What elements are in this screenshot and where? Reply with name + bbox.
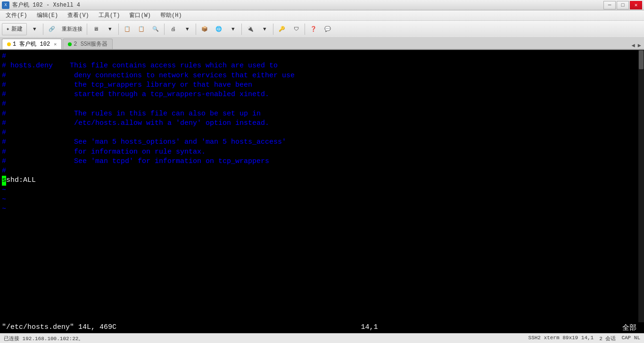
chat-button[interactable]: 💬 — [321, 23, 334, 36]
tab-ssh-server[interactable]: 2 SSH服务器 — [63, 39, 113, 49]
sep3 — [118, 24, 119, 35]
tab-dot-1 — [7, 42, 11, 46]
sep5 — [196, 24, 196, 35]
transfer-button[interactable]: 📦 — [198, 23, 211, 36]
sep7 — [273, 24, 273, 35]
terminal-content: # # hosts.deny This file contains access… — [0, 50, 644, 216]
scrollbar-thumb[interactable] — [639, 50, 644, 69]
connection-status: 已连接 192.168.100.102:22。 — [4, 335, 83, 342]
sep2 — [87, 24, 87, 35]
toolbar: ✦ 新建 ▼ 🔗 重新连接 🖥 ▼ 📋 📋 🔍 🖨 ▼ 📦 🌐 ▼ 🔌 ▼ 🔑 … — [0, 21, 644, 38]
screen-button[interactable]: 🖥 — [89, 23, 102, 36]
infobar-left: 已连接 192.168.100.102:22。 — [4, 335, 83, 342]
titlebar-title: 客户机 102 - Xshell 4 — [12, 1, 80, 9]
help-button[interactable]: ❓ — [307, 23, 320, 36]
tab-client102[interactable]: 1 客户机 102 ✕ — [2, 39, 62, 49]
titlebar-left: X 客户机 102 - Xshell 4 — [2, 1, 80, 9]
plugin-dropdown[interactable]: ▼ — [258, 23, 271, 36]
infobar-right: SSH2 xterm 89x19 14,1 2 会话 CAP NL — [528, 335, 640, 342]
print-button[interactable]: 🖨 — [166, 23, 180, 36]
sep1 — [43, 24, 43, 35]
titlebar-controls: ─ □ ✕ — [603, 1, 642, 9]
paste-button[interactable]: 📋 — [135, 23, 148, 36]
reconnect-label: 重新连接 — [62, 25, 83, 33]
vim-statusline: "/etc/hosts.deny" 14L, 469C 14,1 全部 — [0, 322, 644, 333]
session-count: 2 会话 — [599, 335, 616, 342]
tab-dot-2 — [68, 42, 72, 46]
link-button[interactable]: 🔗 — [45, 23, 58, 36]
ssh-info: SSH2 xterm 89x19 14,1 — [528, 335, 594, 342]
close-button[interactable]: ✕ — [630, 1, 642, 9]
menu-item-帮助[interactable]: 帮助(H) — [157, 10, 186, 20]
sep4 — [164, 24, 165, 35]
new-label: 新建 — [11, 25, 23, 33]
scrollbar[interactable] — [638, 50, 644, 322]
print-dropdown[interactable]: ▼ — [181, 23, 194, 36]
menu-item-查看[interactable]: 查看(V) — [64, 10, 93, 20]
menu-item-编辑[interactable]: 编辑(E) — [33, 10, 62, 20]
screen-dropdown[interactable]: ▼ — [103, 23, 116, 36]
tab-label-2: 2 SSH服务器 — [74, 40, 107, 48]
sep8 — [305, 24, 305, 35]
cursor-pos: 14,1 — [361, 323, 378, 332]
folder-dropdown[interactable]: ▼ — [28, 23, 41, 36]
key-button[interactable]: 🔑 — [275, 23, 289, 36]
file-info: "/etc/hosts.deny" 14L, 469C — [2, 323, 116, 332]
web-button[interactable]: 🌐 — [212, 23, 225, 36]
maximize-button[interactable]: □ — [617, 1, 629, 9]
tab-arrows: ◀ ▶ — [631, 42, 642, 49]
minimize-button[interactable]: ─ — [603, 1, 616, 9]
cap-status: CAP NL — [621, 335, 640, 342]
tab-next-arrow[interactable]: ▶ — [637, 42, 642, 49]
reconnect-button[interactable]: 重新连接 — [59, 23, 85, 36]
search-button[interactable]: 🔍 — [149, 23, 162, 36]
scroll-pct: 全部 — [622, 323, 636, 332]
tab-close-1[interactable]: ✕ — [54, 41, 57, 47]
infobar: 已连接 192.168.100.102:22。 SSH2 xterm 89x19… — [0, 333, 644, 343]
menubar: 文件(F)编辑(E)查看(V)工具(T)窗口(W)帮助(H) — [0, 10, 644, 21]
menu-item-窗口[interactable]: 窗口(W) — [125, 10, 155, 20]
web-dropdown[interactable]: ▼ — [226, 23, 239, 36]
sep6 — [241, 24, 242, 35]
plugin-button[interactable]: 🔌 — [244, 23, 257, 36]
terminal-line: # # hosts.deny This file contains access… — [2, 52, 295, 213]
menu-item-工具[interactable]: 工具(T) — [95, 10, 124, 20]
tab-prev-arrow[interactable]: ◀ — [631, 42, 636, 49]
copy-button[interactable]: 📋 — [121, 23, 134, 36]
new-button[interactable]: ✦ 新建 — [2, 23, 27, 35]
app-icon: X — [2, 1, 9, 9]
tabbar: 1 客户机 102 ✕ 2 SSH服务器 ◀ ▶ — [0, 38, 644, 50]
titlebar: X 客户机 102 - Xshell 4 ─ □ ✕ — [0, 0, 644, 10]
lock-button[interactable]: 🛡 — [289, 23, 303, 36]
tab-label-1: 1 客户机 102 — [13, 40, 50, 48]
terminal-area[interactable]: # # hosts.deny This file contains access… — [0, 50, 644, 322]
menu-item-文件[interactable]: 文件(F) — [2, 10, 31, 20]
new-icon: ✦ — [6, 25, 9, 33]
